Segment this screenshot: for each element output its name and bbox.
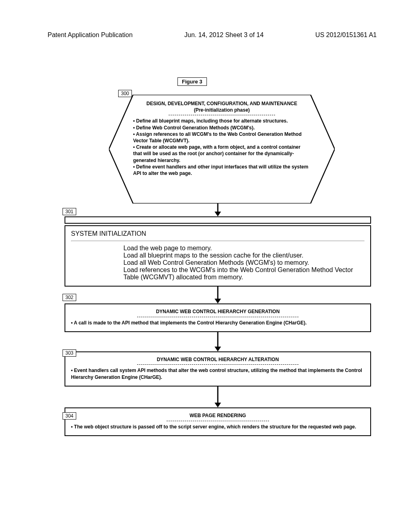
box-301-title: SYSTEM INITIALIZATION [71, 230, 365, 237]
svg-marker-2 [215, 212, 221, 216]
header-mid: Jun. 14, 2012 Sheet 3 of 14 [184, 31, 264, 39]
box301-b3: Load all Web Control Generation Methods … [123, 259, 365, 266]
box-302: DYNAMIC WEB CONTROL HIERARCHY GENERATION… [65, 303, 371, 332]
figure-content: Figure 3 300 301 302 303 304 DESIGN, DEV… [65, 79, 371, 436]
header-right: US 2012/0151361 A1 [315, 31, 377, 39]
hex-bullets: Define all blueprint maps, including tho… [133, 118, 311, 177]
ref-301: 301 [63, 208, 76, 215]
box-304-divider [167, 421, 269, 421]
page: Patent Application Publication Jun. 14, … [0, 0, 413, 532]
box303-b1: Event handlers call system API methods t… [71, 367, 365, 381]
box-302-bullets: A call is made to the API method that im… [71, 320, 365, 326]
hex-title: DESIGN, DEVELOPMENT, CONFIGURATION, AND … [133, 100, 311, 107]
box302-b1: A call is made to the API method that im… [71, 320, 365, 326]
box-303-divider [137, 364, 298, 365]
arrow-3 [65, 332, 371, 351]
hex-b1: Define all blueprint maps, including tho… [133, 118, 311, 124]
box-304: WEB PAGE RENDERING The web object struct… [65, 407, 371, 436]
box-301: SYSTEM INITIALIZATION Load the web page … [65, 216, 371, 287]
hex-b3: Assign references to all WCGM's to the W… [133, 131, 311, 144]
svg-marker-4 [215, 299, 221, 303]
hex-b4: Create or allocate web page, with a form… [133, 144, 311, 164]
ref-303: 303 [63, 349, 76, 357]
box-301-main: SYSTEM INITIALIZATION Load the web page … [65, 225, 371, 287]
arrow-4 [65, 387, 371, 407]
box-301-bullets: Load the web page to memory. Load all bl… [71, 245, 365, 281]
hex-b2: Define Web Control Generation Methods (W… [133, 125, 311, 131]
hex-block-300: DESIGN, DEVELOPMENT, CONFIGURATION, AND … [109, 95, 335, 204]
box-303: DYNAMIC WEB CONTROL HIERARCHY ALTERATION… [65, 351, 371, 387]
box-304-bullets: The web object structure is passed off t… [71, 424, 365, 430]
box-301-cap [65, 216, 371, 224]
hex-content: DESIGN, DEVELOPMENT, CONFIGURATION, AND … [133, 100, 311, 177]
svg-marker-6 [215, 347, 221, 351]
page-header: Patent Application Publication Jun. 14, … [0, 31, 413, 39]
ref-302: 302 [63, 294, 76, 301]
hex-divider [169, 115, 275, 115]
box301-b2: Load all blueprint maps to the session c… [123, 252, 365, 259]
box-302-title: DYNAMIC WEB CONTROL HIERARCHY GENERATION [71, 308, 365, 315]
box-302-divider [137, 317, 298, 317]
arrow-1 [65, 204, 371, 216]
box-304-title: WEB PAGE RENDERING [71, 412, 365, 419]
header-left: Patent Application Publication [48, 31, 133, 39]
box304-b1: The web object structure is passed off t… [71, 424, 365, 430]
svg-marker-8 [215, 403, 221, 407]
box-303-bullets: Event handlers call system API methods t… [71, 367, 365, 381]
box-301-divider [71, 241, 365, 241]
arrow-2 [65, 287, 371, 303]
box301-b1: Load the web page to memory. [123, 245, 365, 252]
box301-b4: Load references to the WCGM's into the W… [123, 266, 365, 281]
ref-300: 300 [118, 90, 132, 97]
hex-subtitle: (Pre-initialization phase) [133, 107, 311, 113]
figure-title: Figure 3 [177, 77, 207, 86]
hex-b5: Define event handlers and other input in… [133, 164, 311, 177]
box-303-title: DYNAMIC WEB CONTROL HIERARCHY ALTERATION [71, 356, 365, 363]
ref-304: 304 [63, 412, 76, 420]
